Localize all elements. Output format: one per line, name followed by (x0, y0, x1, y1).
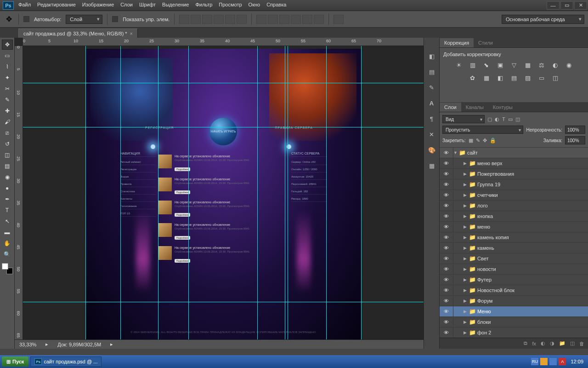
selective-icon[interactable]: ◫ (551, 74, 560, 82)
layer-row[interactable]: 👁▶📁блоки (440, 317, 588, 328)
layer-row[interactable]: 👁▶📁Футер (440, 275, 588, 285)
brightness-icon[interactable]: ☀ (454, 61, 464, 69)
layer-row[interactable]: 👁▶📁фон 2 (440, 328, 588, 338)
blend-mode-select[interactable]: Пропустить (442, 126, 523, 134)
menu-item[interactable]: Просмотр (219, 2, 242, 7)
mixer-icon[interactable]: ✿ (468, 74, 477, 82)
menu-item[interactable]: Выделение (162, 2, 189, 7)
ruler-horizontal[interactable]: 0510152025303540455055606570 (23, 38, 424, 46)
history-panel-icon[interactable]: ◧ (427, 52, 437, 61)
wand-tool[interactable]: ✦ (2, 73, 13, 83)
blur-tool[interactable]: ◉ (2, 172, 13, 182)
visibility-icon[interactable]: 👁 (440, 211, 453, 221)
tab-paths[interactable]: Контуры (488, 103, 517, 112)
tab-channels[interactable]: Каналы (461, 103, 488, 112)
visibility-icon[interactable]: 👁 (440, 253, 453, 264)
props-panel-icon[interactable]: ✕ (427, 130, 437, 139)
lock-move-icon[interactable]: ✥ (483, 138, 487, 144)
maximize-button[interactable]: ▭ (560, 1, 573, 10)
ruler-vertical[interactable]: 05101520253035404550556065 (15, 46, 23, 339)
distribute-icon[interactable] (268, 15, 278, 24)
menu-item[interactable]: Изображение (82, 2, 114, 7)
layer-row[interactable]: 👁▶📁меню верх (440, 158, 588, 169)
layer-row[interactable]: 👁▶📁камень (440, 243, 588, 253)
curves-icon[interactable]: ⬊ (482, 61, 491, 69)
tray-icon[interactable] (540, 358, 548, 365)
visibility-icon[interactable]: 👁 (440, 148, 453, 158)
actions-panel-icon[interactable]: ▤ (427, 67, 437, 76)
layer-row[interactable]: 👁▶📁камень копия (440, 232, 588, 243)
minimize-button[interactable]: — (547, 1, 560, 10)
fill-input[interactable]: 100% (565, 136, 585, 144)
arrange-icon[interactable] (334, 15, 344, 24)
stamp-tool[interactable]: ⎚ (2, 128, 13, 138)
autoselect-checkbox[interactable] (23, 16, 29, 22)
layer-row[interactable]: 👁▶📁меню (440, 222, 588, 232)
filter-shape-icon[interactable]: ▭ (508, 116, 513, 122)
brush-panel-icon[interactable]: ✎ (427, 83, 437, 92)
visibility-icon[interactable]: 👁 (440, 296, 453, 306)
canvas-stage[interactable]: РЕГИСТРАЦИЯ ПРАВИЛА СЕРВЕРА НАЧАТЬ ИГРАТ… (23, 46, 424, 339)
menu-item[interactable]: Файл (18, 2, 31, 7)
lut-icon[interactable]: ▦ (482, 74, 491, 82)
levels-icon[interactable]: ▥ (468, 61, 477, 69)
start-button[interactable]: ⊞Пуск (2, 356, 28, 367)
align-icon[interactable] (214, 15, 224, 24)
heal-tool[interactable]: ✚ (2, 106, 13, 116)
new-layer-icon[interactable]: ◫ (570, 340, 575, 346)
clock[interactable]: 12:09 (568, 359, 586, 364)
layer-row[interactable]: 👁▶📁Форум (440, 296, 588, 306)
marquee-tool[interactable]: ▭ (2, 51, 13, 61)
dodge-tool[interactable]: ● (2, 183, 13, 193)
invert-icon[interactable]: ◧ (496, 74, 505, 82)
layer-row[interactable]: 👁▶📁Свет (440, 253, 588, 264)
threshold-icon[interactable]: ▨ (523, 74, 532, 82)
layer-row[interactable]: 👁▶📁лого (440, 201, 588, 211)
menu-item[interactable]: Фильтр (195, 2, 212, 7)
lock-paint-icon[interactable]: ✎ (476, 138, 480, 144)
mask-icon[interactable]: ◐ (541, 340, 545, 346)
show-controls-checkbox[interactable] (112, 16, 118, 22)
visibility-icon[interactable]: 👁 (440, 222, 453, 232)
photo-filter-icon[interactable]: ◉ (565, 61, 574, 69)
distribute-icon[interactable] (314, 15, 324, 24)
close-button[interactable]: ✕ (574, 1, 587, 10)
visibility-icon[interactable]: 👁 (440, 275, 453, 285)
filter-type-icon[interactable]: T (502, 116, 505, 122)
visibility-icon[interactable]: 👁 (440, 179, 453, 190)
gradient-map-icon[interactable]: ▭ (537, 74, 546, 82)
tray-icon[interactable]: A (559, 358, 566, 365)
align-icon[interactable] (225, 15, 235, 24)
visibility-icon[interactable]: 👁 (440, 232, 453, 242)
posterize-icon[interactable]: ▤ (509, 74, 519, 82)
visibility-icon[interactable]: 👁 (440, 243, 453, 253)
lasso-tool[interactable]: ⌇ (2, 62, 13, 72)
document-tab[interactable]: сайт продажа.psd @ 33,3% (Меню, RGB/8) *… (18, 29, 138, 38)
align-icon[interactable] (191, 15, 201, 24)
move-tool[interactable]: ✥ (2, 40, 13, 50)
crop-tool[interactable]: ✂ (2, 84, 13, 94)
layer-row[interactable]: 👁▶📁Пожертвования (440, 169, 588, 179)
bw-icon[interactable]: ◐ (551, 61, 560, 69)
exposure-icon[interactable]: ▣ (496, 61, 505, 69)
vibrance-icon[interactable]: ▽ (509, 61, 519, 69)
type-tool[interactable]: T (2, 205, 13, 215)
zoom-level[interactable]: 33,33% (19, 342, 36, 347)
opacity-input[interactable]: 100% (565, 126, 585, 134)
menu-item[interactable]: Слои (120, 2, 133, 7)
filter-adjust-icon[interactable]: ◐ (495, 116, 499, 122)
fx-icon[interactable]: fx (532, 341, 536, 346)
distribute-icon[interactable] (256, 15, 266, 24)
close-tab-icon[interactable]: × (130, 31, 133, 36)
workspace-select[interactable]: Основная рабочая среда (502, 15, 584, 24)
visibility-icon[interactable]: 👁 (440, 264, 453, 274)
visibility-icon[interactable]: 👁 (440, 190, 453, 200)
group-icon[interactable]: 📁 (559, 340, 565, 346)
autoselect-mode-select[interactable]: Слой (66, 15, 102, 24)
layers-list[interactable]: 👁▼📁сайт👁▶📁меню верх👁▶📁Пожертвования👁▶📁Гр… (440, 148, 588, 338)
menu-item[interactable]: Шрифт (139, 2, 156, 7)
hue-icon[interactable]: ▦ (523, 61, 532, 69)
taskbar-item[interactable]: Psсайт продажа.psd @ ... (30, 356, 102, 367)
hand-tool[interactable]: ✋ (2, 238, 13, 248)
align-icon[interactable] (202, 15, 212, 24)
